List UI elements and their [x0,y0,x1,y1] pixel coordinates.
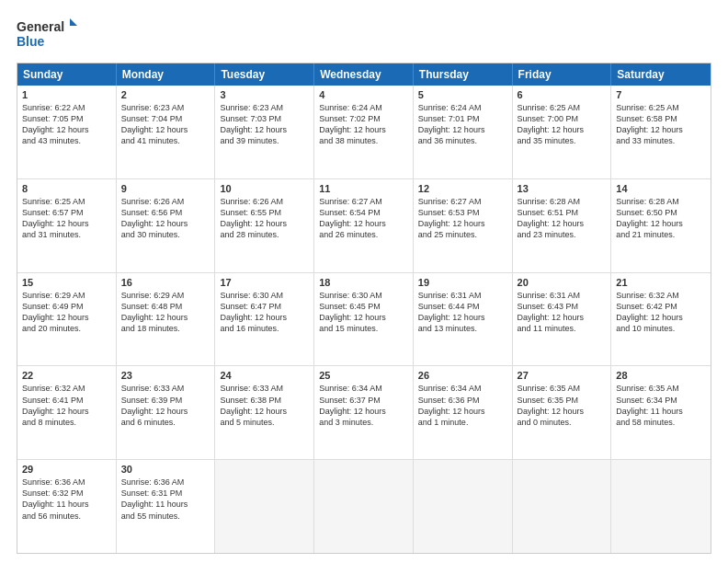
calendar-cell: 5Sunrise: 6:24 AMSunset: 7:01 PMDaylight… [414,86,513,178]
day-number: 23 [121,370,210,381]
day-number: 3 [220,89,309,100]
page: General Blue SundayMondayTuesdayWednesda… [0,0,728,563]
cell-content: Sunrise: 6:23 AMSunset: 7:04 PMDaylight:… [121,102,210,147]
cell-content: Sunrise: 6:25 AMSunset: 6:58 PMDaylight:… [616,102,706,147]
calendar-cell: 22Sunrise: 6:32 AMSunset: 6:41 PMDayligh… [17,366,117,459]
cell-content: Sunrise: 6:27 AMSunset: 6:53 PMDaylight:… [418,196,507,241]
calendar-cell: 18Sunrise: 6:30 AMSunset: 6:45 PMDayligh… [314,273,414,366]
day-number: 5 [418,89,507,100]
svg-marker-2 [70,18,77,26]
day-number: 22 [22,370,111,381]
calendar-body: 1Sunrise: 6:22 AMSunset: 7:05 PMDaylight… [17,86,711,553]
calendar-cell: 27Sunrise: 6:35 AMSunset: 6:35 PMDayligh… [513,366,612,459]
calendar-cell: 24Sunrise: 6:33 AMSunset: 6:38 PMDayligh… [215,366,314,459]
cell-content: Sunrise: 6:23 AMSunset: 7:03 PMDaylight:… [220,102,309,147]
weekday-header-wednesday: Wednesday [314,63,414,86]
cell-content: Sunrise: 6:25 AMSunset: 7:00 PMDaylight:… [518,102,607,147]
calendar-cell: 6Sunrise: 6:25 AMSunset: 7:00 PMDaylight… [513,86,612,178]
calendar-cell: 14Sunrise: 6:28 AMSunset: 6:50 PMDayligh… [611,179,711,272]
weekday-header-tuesday: Tuesday [215,63,314,86]
calendar-cell: 1Sunrise: 6:22 AMSunset: 7:05 PMDaylight… [17,86,117,178]
calendar-cell: 23Sunrise: 6:33 AMSunset: 6:39 PMDayligh… [117,366,216,459]
cell-content: Sunrise: 6:36 AMSunset: 6:31 PMDaylight:… [121,477,210,522]
calendar-row-1: 1Sunrise: 6:22 AMSunset: 7:05 PMDaylight… [17,86,711,178]
calendar-cell: 3Sunrise: 6:23 AMSunset: 7:03 PMDaylight… [215,86,314,178]
day-number: 24 [220,370,309,381]
weekday-header-saturday: Saturday [611,63,711,86]
day-number: 25 [319,370,408,381]
cell-content: Sunrise: 6:30 AMSunset: 6:47 PMDaylight:… [220,290,309,335]
calendar-cell: 8Sunrise: 6:25 AMSunset: 6:57 PMDaylight… [17,179,117,272]
calendar-cell: 12Sunrise: 6:27 AMSunset: 6:53 PMDayligh… [414,179,513,272]
day-number: 28 [616,370,706,381]
calendar-cell: 4Sunrise: 6:24 AMSunset: 7:02 PMDaylight… [314,86,414,178]
weekday-header-friday: Friday [513,63,612,86]
calendar: SundayMondayTuesdayWednesdayThursdayFrid… [17,63,711,554]
day-number: 14 [616,183,706,194]
cell-content: Sunrise: 6:22 AMSunset: 7:05 PMDaylight:… [22,102,111,147]
calendar-cell: 11Sunrise: 6:27 AMSunset: 6:54 PMDayligh… [314,179,414,272]
day-number: 4 [319,89,408,100]
day-number: 13 [518,183,607,194]
calendar-header: SundayMondayTuesdayWednesdayThursdayFrid… [17,63,711,86]
day-number: 19 [418,277,507,288]
day-number: 27 [518,370,607,381]
cell-content: Sunrise: 6:32 AMSunset: 6:41 PMDaylight:… [22,383,111,428]
logo-svg: General Blue [17,17,81,53]
cell-content: Sunrise: 6:29 AMSunset: 6:48 PMDaylight:… [121,290,210,335]
cell-content: Sunrise: 6:29 AMSunset: 6:49 PMDaylight:… [22,290,111,335]
calendar-cell [314,460,414,553]
calendar-cell: 25Sunrise: 6:34 AMSunset: 6:37 PMDayligh… [314,366,414,459]
cell-content: Sunrise: 6:35 AMSunset: 6:34 PMDaylight:… [616,383,706,428]
calendar-cell [414,460,513,553]
calendar-cell: 19Sunrise: 6:31 AMSunset: 6:44 PMDayligh… [414,273,513,366]
calendar-cell: 21Sunrise: 6:32 AMSunset: 6:42 PMDayligh… [611,273,711,366]
day-number: 16 [121,277,210,288]
header: General Blue [17,17,711,53]
day-number: 8 [22,183,111,194]
day-number: 21 [616,277,706,288]
day-number: 11 [319,183,408,194]
cell-content: Sunrise: 6:33 AMSunset: 6:38 PMDaylight:… [220,383,309,428]
calendar-cell: 29Sunrise: 6:36 AMSunset: 6:32 PMDayligh… [17,460,117,553]
cell-content: Sunrise: 6:24 AMSunset: 7:01 PMDaylight:… [418,102,507,147]
cell-content: Sunrise: 6:27 AMSunset: 6:54 PMDaylight:… [319,196,408,241]
weekday-header-sunday: Sunday [17,63,117,86]
weekday-header-thursday: Thursday [414,63,513,86]
day-number: 12 [418,183,507,194]
cell-content: Sunrise: 6:24 AMSunset: 7:02 PMDaylight:… [319,102,408,147]
cell-content: Sunrise: 6:26 AMSunset: 6:55 PMDaylight:… [220,196,309,241]
calendar-row-3: 15Sunrise: 6:29 AMSunset: 6:49 PMDayligh… [17,272,711,366]
calendar-cell: 20Sunrise: 6:31 AMSunset: 6:43 PMDayligh… [513,273,612,366]
svg-text:Blue: Blue [17,34,45,49]
calendar-cell: 30Sunrise: 6:36 AMSunset: 6:31 PMDayligh… [117,460,216,553]
calendar-cell: 2Sunrise: 6:23 AMSunset: 7:04 PMDaylight… [117,86,216,178]
cell-content: Sunrise: 6:33 AMSunset: 6:39 PMDaylight:… [121,383,210,428]
calendar-row-5: 29Sunrise: 6:36 AMSunset: 6:32 PMDayligh… [17,459,711,553]
calendar-cell: 9Sunrise: 6:26 AMSunset: 6:56 PMDaylight… [117,179,216,272]
cell-content: Sunrise: 6:32 AMSunset: 6:42 PMDaylight:… [616,290,706,335]
day-number: 18 [319,277,408,288]
calendar-cell [611,460,711,553]
cell-content: Sunrise: 6:30 AMSunset: 6:45 PMDaylight:… [319,290,408,335]
day-number: 6 [518,89,607,100]
cell-content: Sunrise: 6:28 AMSunset: 6:51 PMDaylight:… [518,196,607,241]
cell-content: Sunrise: 6:31 AMSunset: 6:43 PMDaylight:… [518,290,607,335]
calendar-cell: 28Sunrise: 6:35 AMSunset: 6:34 PMDayligh… [611,366,711,459]
calendar-cell: 10Sunrise: 6:26 AMSunset: 6:55 PMDayligh… [215,179,314,272]
calendar-cell: 7Sunrise: 6:25 AMSunset: 6:58 PMDaylight… [611,86,711,178]
cell-content: Sunrise: 6:34 AMSunset: 6:37 PMDaylight:… [319,383,408,428]
calendar-row-2: 8Sunrise: 6:25 AMSunset: 6:57 PMDaylight… [17,178,711,272]
cell-content: Sunrise: 6:25 AMSunset: 6:57 PMDaylight:… [22,196,111,241]
svg-text:General: General [17,19,64,34]
day-number: 10 [220,183,309,194]
day-number: 17 [220,277,309,288]
day-number: 2 [121,89,210,100]
day-number: 9 [121,183,210,194]
calendar-cell: 16Sunrise: 6:29 AMSunset: 6:48 PMDayligh… [117,273,216,366]
calendar-cell: 17Sunrise: 6:30 AMSunset: 6:47 PMDayligh… [215,273,314,366]
day-number: 29 [22,464,111,475]
calendar-row-4: 22Sunrise: 6:32 AMSunset: 6:41 PMDayligh… [17,365,711,459]
day-number: 20 [518,277,607,288]
day-number: 30 [121,464,210,475]
